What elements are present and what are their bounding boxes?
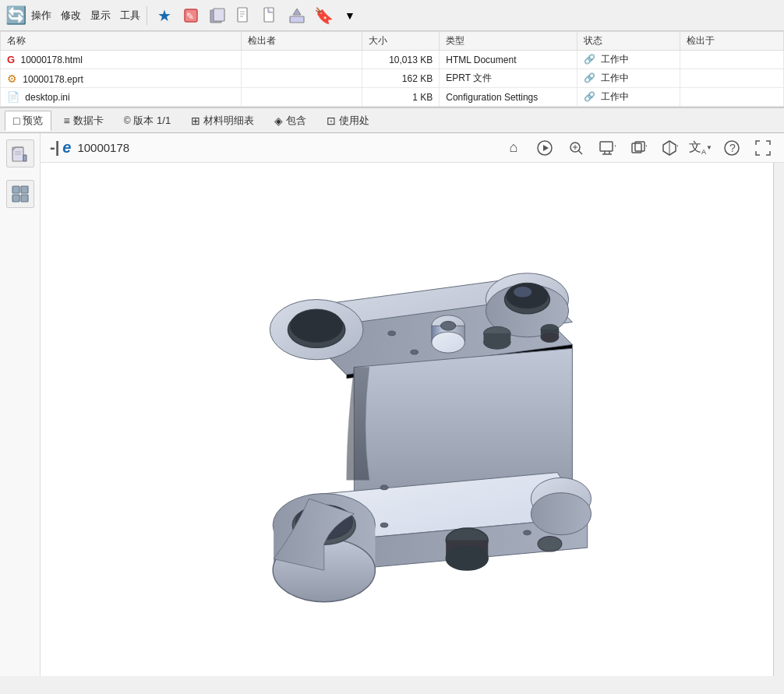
tab-usedby[interactable]: ⊡ 使用处 [318, 111, 378, 131]
tab-contains-icon: ◈ [274, 114, 283, 127]
toolbar-copy-icon[interactable] [207, 5, 228, 26]
tool-home-btn[interactable]: ⌂ [502, 136, 525, 160]
tab-bar: □ 预览 ≡ 数据卡 © 版本 1/1 ⊞ 材料明细表 ◈ 包含 ⊡ 使用处 [0, 108, 784, 133]
tab-contains-label: 包含 [286, 114, 306, 128]
col-header-name: 名称 [1, 32, 242, 51]
tab-usedby-icon: ⊡ [327, 114, 336, 127]
toolbar-doc1-icon[interactable] [233, 5, 255, 26]
file-checkedout-html [680, 51, 784, 69]
tab-version[interactable]: © 版本 1/1 [115, 111, 180, 131]
file-size-ini: 1 KB [362, 88, 439, 107]
tab-usedby-label: 使用处 [339, 114, 369, 128]
tab-preview-label: 预览 [23, 114, 43, 128]
file-type-eprt: EPRT 文件 [440, 69, 577, 88]
top-toolbar: 🔄 操作 修改 显示 工具 ★ ✎ 🔖 ▼ [0, 0, 784, 31]
svg-point-77 [388, 331, 396, 336]
view-part-number: 10000178 [77, 141, 129, 154]
html-file-icon: G [7, 54, 15, 65]
svg-rect-15 [12, 186, 19, 193]
svg-point-72 [531, 492, 591, 534]
svg-point-79 [380, 485, 388, 490]
tool-box-btn[interactable]: ▼ [627, 136, 650, 160]
tool-cube-btn[interactable]: ▼ [658, 136, 681, 160]
right-scrollbar[interactable] [773, 163, 784, 676]
tool-zoom-btn[interactable] [564, 136, 588, 160]
menu-display[interactable]: 显示 [90, 9, 111, 23]
file-checkedout-ini [680, 88, 784, 107]
tab-bom[interactable]: ⊞ 材料明细表 [182, 111, 263, 131]
col-header-checkedby: 检出者 [242, 32, 362, 51]
part-3d-view[interactable] [41, 163, 773, 676]
eprt-file-icon: ⚙ [7, 72, 17, 85]
file-checkedby-html [242, 51, 362, 69]
sidebar-assembly-btn[interactable] [6, 180, 34, 208]
tool-display-btn[interactable]: ▼ [595, 136, 619, 160]
svg-marker-14 [23, 155, 26, 161]
logo-e: e [62, 139, 71, 157]
menu-modify[interactable]: 修改 [61, 9, 81, 23]
svg-point-53 [440, 321, 455, 330]
tool-text-btn[interactable]: 文A ▼ [689, 136, 712, 160]
file-size-html: 10,013 KB [362, 51, 439, 69]
toolbar-dropdown-icon[interactable]: ▼ [339, 5, 361, 26]
view-title: -| e 10000178 [50, 139, 129, 157]
view-header: -| e 10000178 ⌂ [41, 133, 784, 163]
toolbar-upload-icon[interactable] [286, 5, 308, 26]
tab-preview[interactable]: □ 预览 [5, 111, 51, 131]
file-status-ini: 🔗 工作中 [577, 88, 680, 107]
table-row[interactable]: ⚙ 10000178.eprt 162 KB EPRT 文件 🔗 工作中 [1, 69, 784, 88]
svg-text:▼: ▼ [676, 143, 678, 150]
sidebar-model-btn[interactable] [6, 139, 34, 167]
toolbar-star-icon[interactable]: ★ [154, 5, 175, 26]
svg-point-59 [541, 332, 559, 343]
app-logo-icon[interactable]: 🔄 [5, 5, 26, 26]
tab-contains[interactable]: ◈ 包含 [266, 111, 315, 131]
file-table: 名称 检出者 大小 类型 状态 检出于 G 10000178.html 10,0… [0, 31, 784, 108]
file-name-eprt: ⚙ 10000178.eprt [1, 69, 242, 88]
ini-file-icon: 📄 [7, 91, 19, 103]
menu-bar: 操作 修改 显示 工具 [31, 9, 140, 23]
svg-text:▼: ▼ [645, 143, 647, 150]
svg-point-81 [524, 530, 531, 534]
file-type-ini: Configuration Settings [440, 88, 577, 107]
view-toolbar: ⌂ [502, 136, 775, 160]
svg-rect-17 [12, 195, 19, 202]
svg-rect-25 [600, 142, 613, 151]
tab-version-icon: © [124, 115, 131, 126]
file-status-eprt: 🔗 工作中 [577, 69, 680, 88]
svg-point-52 [432, 332, 464, 353]
file-size-eprt: 162 KB [362, 69, 439, 88]
tool-help-btn[interactable]: ? [720, 136, 743, 160]
tool-fullscreen-btn[interactable] [751, 136, 775, 160]
svg-marker-20 [543, 145, 549, 151]
svg-line-22 [579, 150, 583, 154]
col-header-size: 大小 [362, 32, 439, 51]
tab-datacard-icon: ≡ [63, 114, 69, 127]
svg-point-46 [514, 287, 531, 298]
toolbar-edit-icon[interactable]: ✎ [180, 5, 202, 26]
left-sidebar [0, 133, 41, 676]
svg-marker-10 [293, 9, 301, 15]
menu-tools[interactable]: 工具 [120, 9, 140, 23]
menu-operate[interactable]: 操作 [31, 9, 51, 23]
table-row[interactable]: 📄 desktop.ini 1 KB Configuration Setting… [1, 88, 784, 107]
svg-point-49 [290, 309, 343, 342]
tab-version-label: 版本 1/1 [133, 114, 171, 128]
svg-point-80 [380, 523, 388, 527]
toolbar-doc2-icon[interactable] [260, 5, 281, 26]
toolbar-flag-icon[interactable]: 🔖 [313, 5, 334, 26]
tool-play-btn[interactable] [533, 136, 556, 160]
col-header-status: 状态 [577, 32, 680, 51]
svg-point-78 [411, 350, 418, 354]
table-row[interactable]: G 10000178.html 10,013 KB HTML Document … [1, 51, 784, 69]
part-svg [142, 202, 672, 638]
svg-rect-18 [21, 195, 28, 202]
svg-point-56 [483, 335, 510, 348]
col-header-type: 类型 [440, 32, 577, 51]
svg-rect-4 [238, 8, 247, 22]
svg-rect-9 [290, 16, 304, 23]
col-header-checkedout: 检出于 [680, 32, 784, 51]
file-name-html: G 10000178.html [1, 51, 242, 69]
toolbar-separator [147, 6, 147, 25]
tab-datacard[interactable]: ≡ 数据卡 [55, 111, 111, 131]
